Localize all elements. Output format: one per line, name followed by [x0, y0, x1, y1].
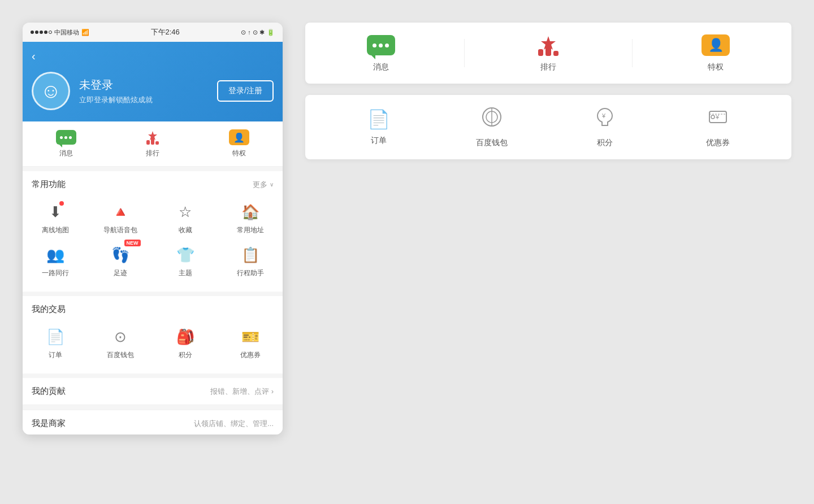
- trans-item-wallet[interactable]: ⊙ 百度钱包: [88, 323, 153, 366]
- right-trans-points[interactable]: ¥ 积分: [577, 106, 633, 148]
- phone-mockup: 中国移动 📶 下午2:46 ⊙ ↑ ⊙ ✱ 🔋 ‹ ☺ 未登录 立即登录解锁酷炫…: [23, 23, 283, 435]
- right-order-icon: 📄: [367, 108, 390, 130]
- right-trans-order[interactable]: 📄 订单: [350, 108, 407, 146]
- func-label-theme: 主题: [179, 268, 192, 278]
- wallet-icon: ⊙: [114, 328, 127, 346]
- venue-title: 我是商家: [32, 418, 66, 429]
- trans-label-points: 积分: [179, 350, 192, 360]
- time-text: 下午2:46: [151, 27, 180, 37]
- quick-item-privilege[interactable]: 👤 特权: [229, 129, 249, 158]
- coupon-icon: 🎫: [241, 328, 259, 346]
- quick-actions-row: 消息 排行 👤 特权: [23, 121, 283, 167]
- wifi-icon: 📶: [81, 29, 89, 36]
- func-label-footprint: 足迹: [114, 268, 127, 278]
- func-item-companion[interactable]: 👥 一路同行: [23, 241, 88, 284]
- right-quick-rank[interactable]: 排行: [514, 34, 582, 72]
- func-item-collect[interactable]: ☆ 收藏: [153, 198, 218, 241]
- quick-item-message[interactable]: 消息: [56, 129, 76, 158]
- func-item-address[interactable]: 🏠 常用地址: [218, 198, 283, 241]
- right-trans-row: 📄 订单 百度钱包 ¥: [322, 106, 774, 148]
- right-transaction-card: 📄 订单 百度钱包 ¥: [305, 95, 791, 159]
- func-label-companion: 一路同行: [42, 268, 69, 278]
- right-quick-label-privilege: 特权: [708, 62, 724, 72]
- right-quick-message[interactable]: 消息: [347, 34, 415, 72]
- svg-rect-4: [545, 46, 551, 56]
- venue-links: 认领店铺、绑定、管理...: [194, 419, 274, 429]
- trans-label-wallet: 百度钱包: [107, 350, 134, 360]
- svg-rect-1: [151, 138, 154, 145]
- right-message-icon: [367, 34, 395, 57]
- quick-label-message: 消息: [59, 149, 73, 158]
- trip-icon: 📋: [241, 246, 259, 264]
- profile-name: 未登录: [79, 77, 208, 93]
- points-icon: 🎒: [176, 328, 194, 346]
- venue-header: 我是商家 认领店铺、绑定、管理...: [23, 410, 283, 435]
- privilege-icon: 👤: [229, 129, 249, 145]
- func-label-navvoice: 导航语音包: [103, 225, 137, 235]
- func-item-navvoice[interactable]: 🔺 导航语音包: [88, 198, 153, 241]
- battery-icon: 🔋: [267, 29, 275, 36]
- companion-icon: 👥: [46, 246, 64, 264]
- profile-row: ☺ 未登录 立即登录解锁酷炫成就 登录/注册: [32, 72, 274, 110]
- right-trans-label-order: 订单: [371, 136, 387, 146]
- func-label-trip: 行程助手: [237, 268, 264, 278]
- contribution-title: 我的贡献: [32, 386, 66, 397]
- trans-item-points[interactable]: 🎒 积分: [153, 323, 218, 366]
- right-trans-label-wallet: 百度钱包: [476, 138, 508, 148]
- svg-rect-0: [146, 140, 150, 145]
- transaction-title: 我的交易: [32, 304, 66, 315]
- avatar-smiley-icon: ☺: [41, 79, 62, 103]
- right-quick-privilege[interactable]: 👤 特权: [682, 34, 750, 72]
- func-item-theme[interactable]: 👕 主题: [153, 241, 218, 284]
- common-functions-title: 常用功能: [32, 179, 66, 190]
- contribution-links[interactable]: 报错、新增、点评 ›: [210, 386, 274, 397]
- back-button[interactable]: ‹: [32, 50, 274, 63]
- login-button[interactable]: 登录/注册: [217, 80, 274, 102]
- functions-grid: ⬇ 离线地图 🔺 导航语音包 ☆ 收藏 🏠 常用地址 👥: [23, 195, 283, 292]
- right-trans-wallet[interactable]: 百度钱包: [464, 106, 520, 148]
- svg-text:¥: ¥: [715, 114, 720, 120]
- transaction-grid: 📄 订单 ⊙ 百度钱包 🎒 积分 🎫 优惠券: [23, 320, 283, 373]
- right-quick-card: 消息 排行 👤 特权: [305, 23, 791, 84]
- right-quick-label-message: 消息: [373, 62, 389, 72]
- common-functions-section: 常用功能 更多 ∨ ⬇ 离线地图 🔺 导航语音包: [23, 171, 283, 292]
- signal-icons: ⊙ ↑ ⊙ ✱: [241, 29, 265, 36]
- quick-label-rank: 排行: [146, 149, 159, 158]
- func-label-address: 常用地址: [237, 225, 264, 235]
- func-item-offlinemap[interactable]: ⬇ 离线地图: [23, 198, 88, 241]
- right-trans-label-points: 积分: [597, 138, 613, 148]
- trans-item-order[interactable]: 📄 订单: [23, 323, 88, 366]
- func-item-footprint[interactable]: 👣 NEW 足迹: [88, 241, 153, 284]
- svg-rect-3: [538, 49, 543, 56]
- trans-item-coupon[interactable]: 🎫 优惠券: [218, 323, 283, 366]
- contribution-section: 我的贡献 报错、新增、点评 ›: [23, 378, 283, 405]
- status-bar: 中国移动 📶 下午2:46 ⊙ ↑ ⊙ ✱ 🔋: [23, 23, 283, 42]
- svg-rect-2: [155, 141, 159, 145]
- right-quick-row: 消息 排行 👤 特权: [322, 34, 774, 72]
- more-button[interactable]: 更多 ∨: [253, 180, 274, 190]
- contribution-arrow-icon: ›: [271, 387, 274, 396]
- transaction-header: 我的交易: [23, 296, 283, 320]
- right-trans-coupon[interactable]: ¥ 优惠券: [690, 106, 746, 148]
- order-icon: 📄: [46, 328, 64, 346]
- contribution-row[interactable]: 我的贡献 报错、新增、点评 ›: [23, 378, 283, 405]
- common-functions-header: 常用功能 更多 ∨: [23, 171, 283, 195]
- quick-item-rank[interactable]: 排行: [142, 129, 163, 158]
- quick-label-privilege: 特权: [232, 149, 246, 158]
- collect-icon: ☆: [179, 203, 192, 221]
- svg-rect-5: [553, 51, 558, 56]
- header-blue: ‹ ☺ 未登录 立即登录解锁酷炫成就 登录/注册: [23, 42, 283, 121]
- divider-1: [464, 39, 465, 67]
- trans-label-order: 订单: [49, 350, 62, 360]
- right-panel: 消息 排行 👤 特权: [305, 23, 791, 159]
- func-item-trip[interactable]: 📋 行程助手: [218, 241, 283, 284]
- address-icon: 🏠: [241, 203, 259, 221]
- right-privilege-icon: 👤: [702, 34, 730, 57]
- rank-icon: [142, 129, 163, 145]
- svg-point-11: [711, 115, 715, 119]
- message-icon: [56, 129, 76, 145]
- theme-icon: 👕: [176, 246, 194, 264]
- svg-text:¥: ¥: [601, 112, 606, 119]
- more-arrow-icon: ∨: [270, 181, 274, 188]
- right-wallet-icon: [481, 106, 503, 132]
